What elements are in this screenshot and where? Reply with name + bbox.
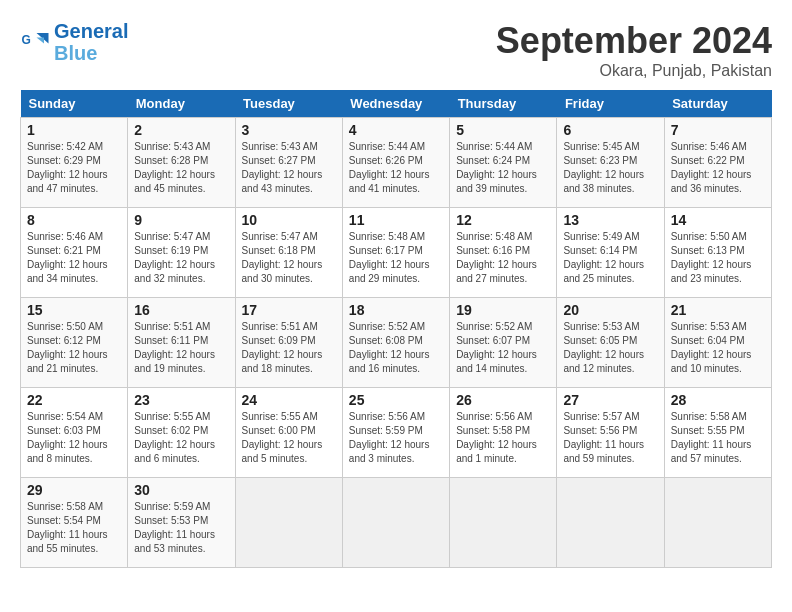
day-info: Sunrise: 5:50 AM Sunset: 6:13 PM Dayligh… [671, 230, 765, 286]
day-info: Sunrise: 5:46 AM Sunset: 6:22 PM Dayligh… [671, 140, 765, 196]
day-number: 28 [671, 392, 765, 408]
calendar-cell: 11 Sunrise: 5:48 AM Sunset: 6:17 PM Dayl… [342, 208, 449, 298]
day-info: Sunrise: 5:58 AM Sunset: 5:54 PM Dayligh… [27, 500, 121, 556]
day-number: 16 [134, 302, 228, 318]
calendar-cell: 19 Sunrise: 5:52 AM Sunset: 6:07 PM Dayl… [450, 298, 557, 388]
svg-text:G: G [22, 33, 31, 47]
calendar-body: 1 Sunrise: 5:42 AM Sunset: 6:29 PM Dayli… [21, 118, 772, 568]
header-row: Sunday Monday Tuesday Wednesday Thursday… [21, 90, 772, 118]
day-number: 24 [242, 392, 336, 408]
day-number: 8 [27, 212, 121, 228]
day-info: Sunrise: 5:53 AM Sunset: 6:04 PM Dayligh… [671, 320, 765, 376]
day-number: 21 [671, 302, 765, 318]
calendar-week-2: 8 Sunrise: 5:46 AM Sunset: 6:21 PM Dayli… [21, 208, 772, 298]
day-info: Sunrise: 5:51 AM Sunset: 6:11 PM Dayligh… [134, 320, 228, 376]
calendar-cell: 28 Sunrise: 5:58 AM Sunset: 5:55 PM Dayl… [664, 388, 771, 478]
calendar-cell: 17 Sunrise: 5:51 AM Sunset: 6:09 PM Dayl… [235, 298, 342, 388]
day-info: Sunrise: 5:56 AM Sunset: 5:59 PM Dayligh… [349, 410, 443, 466]
header-thursday: Thursday [450, 90, 557, 118]
day-number: 19 [456, 302, 550, 318]
day-number: 14 [671, 212, 765, 228]
header-saturday: Saturday [664, 90, 771, 118]
calendar-cell: 26 Sunrise: 5:56 AM Sunset: 5:58 PM Dayl… [450, 388, 557, 478]
calendar-cell: 20 Sunrise: 5:53 AM Sunset: 6:05 PM Dayl… [557, 298, 664, 388]
day-info: Sunrise: 5:48 AM Sunset: 6:16 PM Dayligh… [456, 230, 550, 286]
calendar-cell: 12 Sunrise: 5:48 AM Sunset: 6:16 PM Dayl… [450, 208, 557, 298]
calendar-week-5: 29 Sunrise: 5:58 AM Sunset: 5:54 PM Dayl… [21, 478, 772, 568]
day-info: Sunrise: 5:59 AM Sunset: 5:53 PM Dayligh… [134, 500, 228, 556]
title-area: September 2024 Okara, Punjab, Pakistan [496, 20, 772, 80]
day-number: 15 [27, 302, 121, 318]
day-number: 22 [27, 392, 121, 408]
day-number: 10 [242, 212, 336, 228]
calendar-cell: 5 Sunrise: 5:44 AM Sunset: 6:24 PM Dayli… [450, 118, 557, 208]
month-title: September 2024 [496, 20, 772, 62]
day-number: 17 [242, 302, 336, 318]
day-number: 26 [456, 392, 550, 408]
calendar-cell: 6 Sunrise: 5:45 AM Sunset: 6:23 PM Dayli… [557, 118, 664, 208]
calendar-table: Sunday Monday Tuesday Wednesday Thursday… [20, 90, 772, 568]
header-tuesday: Tuesday [235, 90, 342, 118]
day-info: Sunrise: 5:44 AM Sunset: 6:24 PM Dayligh… [456, 140, 550, 196]
calendar-cell: 1 Sunrise: 5:42 AM Sunset: 6:29 PM Dayli… [21, 118, 128, 208]
header-wednesday: Wednesday [342, 90, 449, 118]
calendar-cell: 22 Sunrise: 5:54 AM Sunset: 6:03 PM Dayl… [21, 388, 128, 478]
day-info: Sunrise: 5:47 AM Sunset: 6:18 PM Dayligh… [242, 230, 336, 286]
calendar-week-1: 1 Sunrise: 5:42 AM Sunset: 6:29 PM Dayli… [21, 118, 772, 208]
calendar-cell: 10 Sunrise: 5:47 AM Sunset: 6:18 PM Dayl… [235, 208, 342, 298]
day-number: 25 [349, 392, 443, 408]
day-number: 9 [134, 212, 228, 228]
calendar-cell: 18 Sunrise: 5:52 AM Sunset: 6:08 PM Dayl… [342, 298, 449, 388]
header-friday: Friday [557, 90, 664, 118]
day-number: 20 [563, 302, 657, 318]
calendar-cell: 16 Sunrise: 5:51 AM Sunset: 6:11 PM Dayl… [128, 298, 235, 388]
day-number: 30 [134, 482, 228, 498]
day-info: Sunrise: 5:47 AM Sunset: 6:19 PM Dayligh… [134, 230, 228, 286]
day-info: Sunrise: 5:43 AM Sunset: 6:27 PM Dayligh… [242, 140, 336, 196]
calendar-header: Sunday Monday Tuesday Wednesday Thursday… [21, 90, 772, 118]
day-info: Sunrise: 5:52 AM Sunset: 6:08 PM Dayligh… [349, 320, 443, 376]
calendar-cell: 13 Sunrise: 5:49 AM Sunset: 6:14 PM Dayl… [557, 208, 664, 298]
calendar-cell: 23 Sunrise: 5:55 AM Sunset: 6:02 PM Dayl… [128, 388, 235, 478]
calendar-cell [557, 478, 664, 568]
day-number: 7 [671, 122, 765, 138]
day-info: Sunrise: 5:44 AM Sunset: 6:26 PM Dayligh… [349, 140, 443, 196]
calendar-cell [235, 478, 342, 568]
page-header: G General Blue September 2024 Okara, Pun… [20, 20, 772, 80]
logo-line2: Blue [54, 42, 97, 64]
day-info: Sunrise: 5:55 AM Sunset: 6:02 PM Dayligh… [134, 410, 228, 466]
calendar-cell: 25 Sunrise: 5:56 AM Sunset: 5:59 PM Dayl… [342, 388, 449, 478]
day-info: Sunrise: 5:48 AM Sunset: 6:17 PM Dayligh… [349, 230, 443, 286]
day-info: Sunrise: 5:53 AM Sunset: 6:05 PM Dayligh… [563, 320, 657, 376]
calendar-cell: 4 Sunrise: 5:44 AM Sunset: 6:26 PM Dayli… [342, 118, 449, 208]
calendar-cell [664, 478, 771, 568]
day-info: Sunrise: 5:52 AM Sunset: 6:07 PM Dayligh… [456, 320, 550, 376]
calendar-cell: 29 Sunrise: 5:58 AM Sunset: 5:54 PM Dayl… [21, 478, 128, 568]
calendar-cell [450, 478, 557, 568]
day-number: 11 [349, 212, 443, 228]
day-info: Sunrise: 5:45 AM Sunset: 6:23 PM Dayligh… [563, 140, 657, 196]
header-sunday: Sunday [21, 90, 128, 118]
calendar-cell: 3 Sunrise: 5:43 AM Sunset: 6:27 PM Dayli… [235, 118, 342, 208]
calendar-cell: 27 Sunrise: 5:57 AM Sunset: 5:56 PM Dayl… [557, 388, 664, 478]
day-info: Sunrise: 5:50 AM Sunset: 6:12 PM Dayligh… [27, 320, 121, 376]
day-number: 23 [134, 392, 228, 408]
day-info: Sunrise: 5:58 AM Sunset: 5:55 PM Dayligh… [671, 410, 765, 466]
day-info: Sunrise: 5:55 AM Sunset: 6:00 PM Dayligh… [242, 410, 336, 466]
calendar-cell: 24 Sunrise: 5:55 AM Sunset: 6:00 PM Dayl… [235, 388, 342, 478]
calendar-cell: 30 Sunrise: 5:59 AM Sunset: 5:53 PM Dayl… [128, 478, 235, 568]
calendar-cell: 21 Sunrise: 5:53 AM Sunset: 6:04 PM Dayl… [664, 298, 771, 388]
day-number: 3 [242, 122, 336, 138]
day-info: Sunrise: 5:51 AM Sunset: 6:09 PM Dayligh… [242, 320, 336, 376]
day-number: 27 [563, 392, 657, 408]
day-number: 18 [349, 302, 443, 318]
day-number: 29 [27, 482, 121, 498]
calendar-cell: 9 Sunrise: 5:47 AM Sunset: 6:19 PM Dayli… [128, 208, 235, 298]
day-info: Sunrise: 5:54 AM Sunset: 6:03 PM Dayligh… [27, 410, 121, 466]
day-number: 1 [27, 122, 121, 138]
calendar-week-3: 15 Sunrise: 5:50 AM Sunset: 6:12 PM Dayl… [21, 298, 772, 388]
day-number: 13 [563, 212, 657, 228]
calendar-cell [342, 478, 449, 568]
logo-icon: G [20, 27, 50, 57]
day-info: Sunrise: 5:49 AM Sunset: 6:14 PM Dayligh… [563, 230, 657, 286]
